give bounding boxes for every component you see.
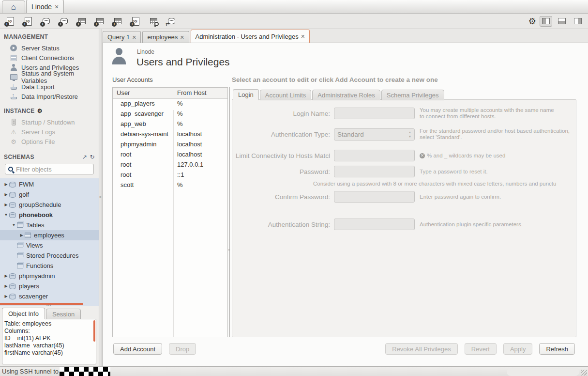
tree-item-groupschedule[interactable]: ▶groupSchedule	[0, 200, 99, 210]
expand-schemas-icon[interactable]: ↗	[82, 154, 87, 160]
close-icon[interactable]: ×	[132, 34, 136, 41]
form-row-confirm-password: Confirm Password:Enter password again to…	[232, 191, 576, 203]
revert-button[interactable]: Revert	[465, 343, 497, 355]
tree-item-phpmyadmin[interactable]: ▶phpmyadmin	[0, 271, 99, 281]
create-procedure-icon[interactable]: +	[111, 16, 124, 27]
editor-tab-account-limits[interactable]: Account Limits	[260, 90, 312, 100]
refresh-button[interactable]: Refresh	[539, 343, 575, 355]
schemas-title: SCHEMAS	[4, 154, 34, 160]
account-row[interactable]: phpmyadminlocalhost	[113, 140, 227, 150]
revoke-all-privileges-button[interactable]: Revoke All Privileges	[385, 343, 457, 355]
tree-item-stored-procedures[interactable]: Stored Procedures	[0, 251, 99, 261]
tree-item-views[interactable]: Views	[0, 240, 99, 251]
expander-icon[interactable]: ▶	[3, 294, 9, 298]
account-row[interactable]: app_scavenger%	[113, 109, 227, 119]
sidebar-item-data-import-restore[interactable]: Data Import/Restore	[0, 92, 99, 101]
confirm-password-input[interactable]	[334, 191, 415, 203]
sidebar-item-status-and-system-variables[interactable]: Status and System Variables	[0, 72, 99, 82]
expander-icon[interactable]: ▼	[11, 223, 17, 227]
schema-tree: ▶FWM▶golf▶groupSchedule▼phonebook▼Tables…	[0, 178, 99, 302]
toolbar-icon-group: SQL+SQL+i++++SQL+⇄	[4, 16, 178, 27]
spinner-arrows-icon[interactable]: ▲▼	[408, 130, 411, 139]
expander-icon[interactable]: ▶	[3, 182, 9, 187]
editor-tab-administrative-roles[interactable]: Administrative Roles	[312, 90, 380, 100]
account-row[interactable]: app_players%	[113, 99, 227, 109]
connection-tab[interactable]: Linode ×	[26, 0, 64, 13]
schema-filter-input[interactable]: Filter objects	[5, 164, 94, 174]
inspect-database-icon[interactable]: i	[40, 16, 52, 27]
toggle-output-panel-button[interactable]	[556, 16, 568, 27]
data-import-icon	[11, 94, 17, 100]
tab-object-info[interactable]: Object Info	[2, 308, 45, 319]
tab-query-1[interactable]: Query 1×	[103, 31, 141, 43]
new-query-tab-icon[interactable]: SQL+	[4, 16, 16, 27]
create-view-icon[interactable]: +	[93, 16, 106, 27]
expander-icon[interactable]: ▶	[18, 233, 25, 237]
sidebar-item-client-connections[interactable]: Client Connections	[0, 53, 99, 63]
account-row[interactable]: root127.0.0.1	[113, 160, 227, 170]
tree-item-scavenger[interactable]: ▶scavenger	[0, 291, 99, 301]
tree-item-fwm[interactable]: ▶FWM	[0, 179, 99, 189]
close-icon[interactable]: ×	[180, 34, 184, 41]
editor-tab-login[interactable]: Login	[233, 89, 259, 100]
accounts-editor-splitter[interactable]: ≡	[228, 87, 232, 337]
expander-icon[interactable]: ▶	[3, 274, 9, 278]
login-name-input[interactable]	[334, 108, 415, 119]
add-account-button[interactable]: Add Account	[113, 343, 162, 355]
sidebar-item-server-status[interactable]: Server Status	[0, 43, 99, 53]
refresh-schemas-icon[interactable]: ↻	[90, 154, 95, 160]
expander-icon[interactable]: ▶	[3, 203, 9, 207]
tree-item-employees[interactable]: ▶employees	[0, 230, 99, 240]
tab-administration-users-and-privileges[interactable]: Administration - Users and Privileges×	[191, 30, 310, 43]
tab-employees[interactable]: employees×	[142, 31, 189, 43]
apply-button[interactable]: Apply	[503, 343, 533, 355]
tab-session[interactable]: Session	[46, 309, 81, 319]
account-user-cell: root	[113, 150, 173, 160]
editor-tab-schema-privileges[interactable]: Schema Privileges	[381, 90, 444, 100]
auth-type-select[interactable]: Standard▲▼	[334, 128, 415, 141]
create-table-icon[interactable]: +	[75, 16, 88, 27]
password-input[interactable]	[334, 166, 415, 177]
redacted-host-block	[60, 367, 110, 376]
column-header-user[interactable]: User	[113, 88, 173, 98]
tree-item-tables[interactable]: ▼Tables	[0, 220, 99, 230]
preferences-gear-icon[interactable]: ⚙	[528, 17, 536, 26]
sidebar-splitter[interactable]: ▪▪▪	[0, 302, 99, 306]
create-schema-icon[interactable]: +	[58, 16, 70, 27]
tree-item-players[interactable]: ▶players	[0, 281, 99, 291]
home-icon: ⌂	[11, 3, 16, 11]
options-file-icon: ⚙	[10, 139, 17, 145]
toggle-sidebar-button[interactable]	[540, 16, 552, 27]
close-icon[interactable]: ×	[55, 3, 59, 10]
home-tab[interactable]: ⌂	[2, 0, 25, 13]
procedures-folder-icon	[17, 253, 23, 258]
auth-string-input[interactable]	[334, 219, 415, 230]
search-table-data-icon[interactable]	[147, 16, 160, 27]
expander-icon[interactable]: ▼	[3, 213, 9, 217]
account-row[interactable]: rootlocalhost	[113, 150, 227, 160]
account-row[interactable]: app_web%	[113, 119, 227, 129]
account-row[interactable]: debian-sys-maintlocalhost	[113, 129, 227, 140]
column-header-from-host[interactable]: From Host	[173, 88, 227, 98]
plus-badge-icon: +	[4, 22, 9, 27]
schema-icon	[9, 273, 16, 279]
tree-item-phonebook[interactable]: ▼phonebook	[0, 210, 99, 220]
create-function-icon[interactable]: SQL+	[129, 16, 142, 27]
toggle-secondary-sidebar-button[interactable]	[572, 16, 584, 27]
account-host-cell: %	[173, 180, 227, 190]
open-sql-script-icon[interactable]: SQL+	[22, 16, 34, 27]
close-icon[interactable]: ×	[301, 33, 305, 40]
reconnect-database-icon[interactable]: ⇄	[165, 16, 178, 27]
schema-icon	[9, 182, 16, 188]
tree-item-golf[interactable]: ▶golf	[0, 189, 99, 200]
tree-item-functions[interactable]: Functions	[0, 261, 99, 271]
expander-icon[interactable]: ▶	[3, 284, 9, 288]
sidebar-main-splitter[interactable]: ≡	[99, 29, 102, 366]
expander-icon[interactable]: ▶	[3, 192, 9, 197]
object-info-scrollbar[interactable]	[93, 320, 95, 342]
drop-button[interactable]: Drop	[169, 343, 196, 355]
account-row[interactable]: scott%	[113, 180, 227, 190]
window-resize-grip[interactable]	[581, 370, 587, 376]
limit-hosts-input[interactable]	[334, 150, 415, 161]
account-row[interactable]: root::1	[113, 170, 227, 180]
